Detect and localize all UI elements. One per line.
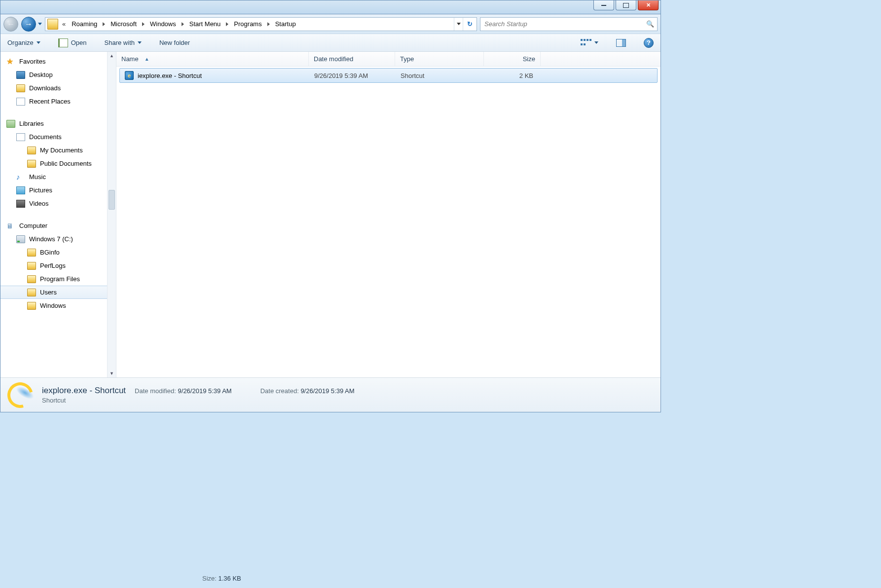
open-label: Open: [71, 39, 87, 46]
nav-desktop[interactable]: Desktop: [0, 68, 107, 81]
nav-windows-folder[interactable]: Windows: [0, 299, 107, 312]
nav-my-documents[interactable]: My Documents: [0, 144, 107, 157]
desktop-icon: [16, 71, 25, 79]
sort-asc-icon: ▲: [145, 56, 149, 62]
preview-pane-icon: [616, 39, 626, 47]
folder-icon: [27, 289, 36, 296]
folder-icon: [27, 262, 36, 270]
preview-pane-button[interactable]: [616, 39, 626, 47]
favorites-label: Favorites: [19, 58, 45, 65]
search-box[interactable]: 🔍: [480, 17, 658, 31]
chevron-down-icon: [594, 41, 598, 44]
date-modified-label: Date modified:: [135, 387, 176, 395]
nav-pictures[interactable]: Pictures: [0, 184, 107, 197]
column-headers: Name ▲ Date modified Type Size: [116, 52, 661, 67]
scroll-up-icon[interactable]: ▲: [108, 52, 116, 60]
breadcrumb-overflow[interactable]: «: [59, 20, 69, 28]
folder-icon: [27, 147, 36, 154]
drive-icon: [16, 235, 25, 243]
folder-icon: [27, 302, 36, 310]
nav-perflogs[interactable]: PerfLogs: [0, 259, 107, 272]
date-created-value: 9/26/2019 5:39 AM: [300, 387, 354, 395]
chevron-right-icon: [103, 22, 105, 26]
file-name: iexplore.exe - Shortcut: [138, 72, 202, 79]
doc-icon: [16, 133, 25, 141]
new-folder-button[interactable]: New folder: [159, 39, 190, 46]
date-modified-value: 9/26/2019 5:39 AM: [178, 387, 232, 395]
back-button[interactable]: ←: [3, 17, 18, 32]
breadcrumb-programs[interactable]: Programs: [231, 18, 264, 31]
file-row[interactable]: e iexplore.exe - Shortcut 9/26/2019 5:39…: [119, 68, 658, 83]
command-bar: Organize Open Share with New folder ?: [0, 34, 661, 52]
share-label: Share with: [105, 39, 135, 46]
breadcrumb-startup[interactable]: Startup: [272, 18, 299, 31]
help-button[interactable]: ?: [644, 38, 654, 48]
chevron-right-icon: [226, 22, 228, 26]
column-name[interactable]: Name ▲: [116, 52, 309, 66]
refresh-button[interactable]: ↻: [463, 18, 477, 31]
file-date: 9/26/2019 5:39 AM: [309, 72, 396, 79]
scroll-thumb[interactable]: [109, 190, 115, 210]
ie-icon: [7, 382, 33, 408]
favorites-header[interactable]: ★ Favorites: [0, 55, 107, 68]
nav-bginfo[interactable]: BGinfo: [0, 246, 107, 259]
music-icon: ♪: [16, 173, 25, 181]
share-with-button[interactable]: Share with: [105, 39, 142, 46]
search-input[interactable]: [480, 20, 643, 28]
chevron-right-icon: [142, 22, 145, 26]
view-options-button[interactable]: [581, 39, 598, 47]
nav-documents[interactable]: Documents: [0, 130, 107, 144]
column-date-modified[interactable]: Date modified: [309, 52, 395, 66]
address-dropdown[interactable]: [454, 18, 463, 31]
column-type[interactable]: Type: [395, 52, 484, 66]
chevron-right-icon: [182, 22, 184, 26]
nav-program-files[interactable]: Program Files: [0, 272, 107, 286]
address-bar-row: ← → « Roaming Microsoft Windows Start Me…: [0, 14, 661, 34]
nav-downloads[interactable]: Downloads: [0, 81, 107, 95]
libraries-label: Libraries: [19, 120, 44, 127]
folder-icon: [47, 19, 58, 30]
nav-videos[interactable]: Videos: [0, 197, 107, 210]
maximize-button[interactable]: [616, 0, 636, 10]
organize-button[interactable]: Organize: [7, 39, 40, 46]
organize-label: Organize: [7, 39, 34, 46]
file-list: Name ▲ Date modified Type Size e iexplor…: [116, 52, 661, 377]
libraries-header[interactable]: Libraries: [0, 117, 107, 130]
nav-drive-c[interactable]: Windows 7 (C:): [0, 232, 107, 246]
file-size: 2 KB: [484, 72, 538, 79]
folder-icon: [16, 84, 25, 92]
navigation-pane: ★ Favorites Desktop Downloads Recent Pla…: [0, 52, 116, 377]
address-bar[interactable]: « Roaming Microsoft Windows Start Menu P…: [45, 17, 477, 31]
breadcrumb-roaming[interactable]: Roaming: [69, 18, 100, 31]
breadcrumb-windows[interactable]: Windows: [147, 18, 179, 31]
search-icon[interactable]: 🔍: [643, 20, 657, 28]
new-folder-label: New folder: [159, 39, 190, 46]
nav-public-documents[interactable]: Public Documents: [0, 157, 107, 170]
ie-shortcut-icon: e: [125, 71, 134, 80]
scroll-down-icon[interactable]: ▼: [108, 369, 116, 377]
titlebar: [0, 0, 661, 14]
breadcrumb-start-menu[interactable]: Start Menu: [186, 18, 224, 31]
computer-icon: 🖥: [6, 222, 15, 230]
details-pane: iexplore.exe - Shortcut Date modified: 9…: [0, 377, 661, 412]
forward-button[interactable]: →: [21, 17, 36, 32]
chevron-down-icon: [37, 41, 40, 44]
nav-history-dropdown[interactable]: [38, 23, 42, 25]
column-size[interactable]: Size: [484, 52, 541, 66]
chevron-down-icon: [138, 41, 142, 44]
folder-icon: [27, 160, 36, 168]
nav-music[interactable]: ♪Music: [0, 170, 107, 184]
chevron-right-icon: [267, 22, 270, 26]
minimize-button[interactable]: [593, 0, 614, 10]
navpane-scrollbar[interactable]: ▲ ▼: [107, 52, 116, 377]
nav-users[interactable]: Users: [0, 286, 107, 299]
libraries-icon: [6, 120, 15, 128]
nav-recent-places[interactable]: Recent Places: [0, 95, 107, 108]
breadcrumb-microsoft[interactable]: Microsoft: [108, 18, 140, 31]
close-button[interactable]: [638, 0, 659, 10]
videos-icon: [16, 200, 25, 208]
file-type: Shortcut: [396, 72, 484, 79]
computer-header[interactable]: 🖥 Computer: [0, 219, 107, 232]
open-icon: [58, 38, 68, 47]
open-button[interactable]: Open: [58, 38, 87, 47]
